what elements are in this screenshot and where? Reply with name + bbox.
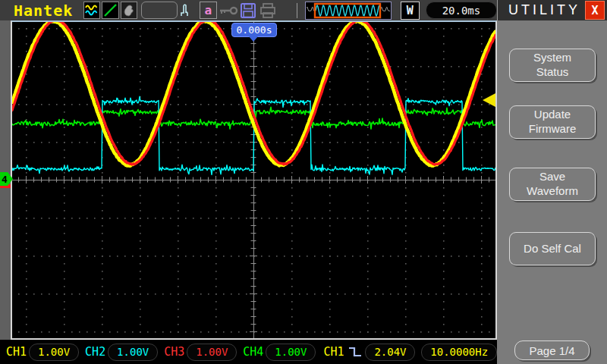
status-bar: CH1 1.00V CH2 1.00V CH3 1.00V CH4 1.00V … [0, 340, 497, 364]
window-mode-icon[interactable]: W [401, 2, 420, 20]
empty-slot [141, 2, 178, 19]
toolbar-separator [297, 3, 297, 18]
channels-icon[interactable] [83, 2, 100, 19]
ch1-label[interactable]: CH1 [6, 345, 27, 359]
utility-menu-header: UTILITY X [497, 0, 607, 20]
utility-menu: UTILITY X System Status Update Firmware … [497, 0, 607, 364]
record-preview-canvas [306, 2, 391, 19]
ch4-label[interactable]: CH4 [243, 345, 263, 359]
trigger-level-readout: 2.04V [365, 344, 415, 361]
close-button[interactable]: X [585, 1, 605, 20]
ch1-scale-readout[interactable]: 1.00V [29, 344, 79, 361]
scope-display: 0.000s [11, 20, 497, 340]
save-icon[interactable] [239, 2, 258, 19]
measure-line-icon[interactable] [102, 2, 118, 19]
ch3-label[interactable]: CH3 [164, 345, 184, 359]
waveform-canvas [12, 22, 495, 338]
pulse-trigger-icon[interactable] [180, 2, 199, 19]
record-preview[interactable] [305, 2, 392, 20]
annotation-icon[interactable]: a [200, 2, 217, 19]
ch2-label[interactable]: CH2 [85, 345, 105, 359]
ch4-scale-readout[interactable]: 1.00V [266, 344, 316, 361]
do-self-cal-button[interactable]: Do Self Cal [509, 232, 596, 265]
trigger-level-arrow[interactable] [483, 93, 495, 107]
update-firmware-button[interactable]: Update Firmware [509, 105, 596, 139]
trigger-source-label: CH1 [323, 345, 344, 359]
time-position-pointer [249, 36, 258, 42]
key-icon[interactable] [219, 2, 238, 19]
top-toolbar: Hantek a [0, 0, 497, 20]
trigger-frequency-readout: 10.0000Hz [421, 344, 497, 361]
hand-icon[interactable] [121, 2, 137, 19]
time-position-tag[interactable]: 0.000s [231, 23, 277, 37]
print-icon[interactable] [259, 2, 278, 19]
ch3-scale-readout[interactable]: 1.00V [187, 344, 237, 361]
menu-title: UTILITY [508, 2, 585, 18]
falling-edge-icon [348, 346, 363, 359]
page-indicator-button[interactable]: Page 1/4 [514, 340, 590, 360]
ch2-scale-readout[interactable]: 1.00V [108, 344, 158, 361]
brand-logo: Hantek [14, 2, 83, 20]
oscilloscope-screen: Hantek a [0, 0, 607, 364]
timebase-readout: 20.0ms [426, 2, 497, 19]
system-status-button[interactable]: System Status [509, 49, 596, 82]
save-waveform-button[interactable]: Save Waveform [509, 168, 596, 201]
